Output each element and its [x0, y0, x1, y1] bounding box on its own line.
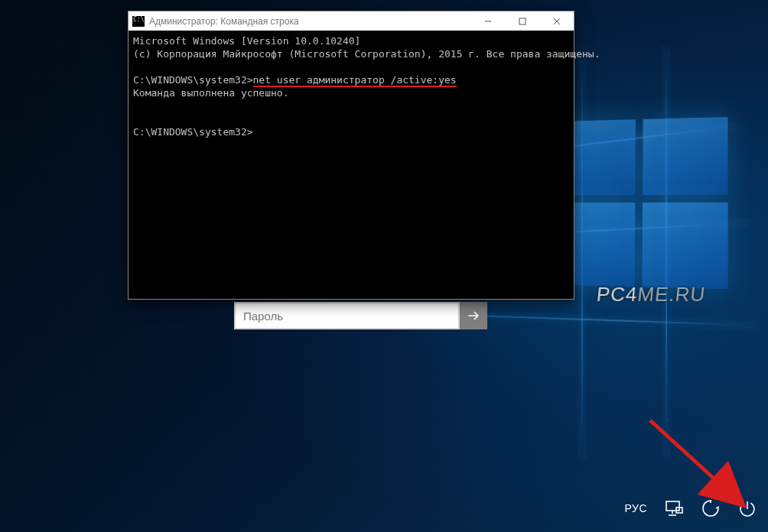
cmd-icon: [132, 16, 145, 27]
ease-of-access-icon: [701, 498, 721, 518]
svg-rect-1: [666, 501, 679, 511]
terminal-line: Команда выполнена успешно.: [133, 86, 569, 99]
lock-screen-controls: РУС: [624, 498, 757, 518]
windows-logo: [561, 117, 736, 297]
command-prompt-window[interactable]: Администратор: Командная строка Microsof…: [128, 11, 574, 300]
terminal-line: C:\WINDOWS\system32>net user администрат…: [133, 73, 569, 86]
power-button[interactable]: [737, 498, 757, 518]
terminal-line: [133, 112, 569, 125]
terminal-output[interactable]: Microsoft Windows [Version 10.0.10240](c…: [129, 31, 574, 142]
password-row: [234, 302, 487, 329]
watermark: PC4ME.RU: [595, 283, 707, 307]
submit-password-button[interactable]: [460, 302, 487, 329]
terminal-line: [133, 99, 569, 112]
svg-rect-0: [519, 18, 526, 24]
ease-of-access-button[interactable]: [701, 498, 721, 518]
power-icon: [737, 498, 757, 518]
terminal-prompt: C:\WINDOWS\system32>: [133, 125, 569, 138]
minimize-button[interactable]: [470, 11, 505, 31]
window-titlebar[interactable]: Администратор: Командная строка: [129, 11, 574, 31]
network-button[interactable]: [664, 498, 684, 518]
terminal-line: (c) Корпорация Майкрософт (Microsoft Cor…: [133, 47, 569, 60]
terminal-line: [133, 60, 569, 73]
password-input[interactable]: [234, 302, 460, 329]
maximize-button[interactable]: [505, 11, 539, 31]
arrow-right-icon: [466, 308, 481, 323]
close-button[interactable]: [539, 11, 574, 31]
terminal-line: Microsoft Windows [Version 10.0.10240]: [133, 34, 569, 47]
window-title: Администратор: Командная строка: [149, 16, 470, 27]
language-indicator[interactable]: РУС: [624, 502, 647, 514]
network-icon: [664, 500, 684, 517]
annotation-arrow: [643, 413, 757, 512]
annotation-underline: [253, 86, 457, 87]
windows-lock-screen: PC4ME.RU Администратор: Командная строка: [0, 0, 768, 532]
